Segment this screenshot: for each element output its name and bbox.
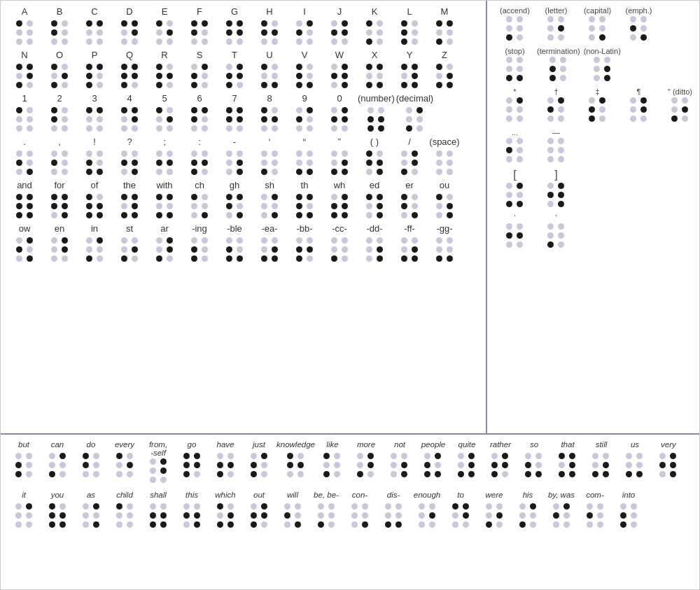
- braille-cell: [331, 194, 349, 219]
- braille-cell: [121, 237, 139, 262]
- dot-empty: [401, 246, 407, 253]
- dot-empty: [51, 237, 57, 244]
- braille-cell: [630, 16, 648, 41]
- dot-filled: [97, 20, 103, 27]
- dot-empty: [261, 237, 267, 244]
- dot-empty: [547, 223, 554, 230]
- dot-empty: [517, 192, 523, 198]
- dot-empty: [296, 38, 302, 45]
- braille-cell: [547, 223, 565, 248]
- bottom-cell-label: quite: [458, 440, 476, 451]
- dot-filled: [307, 20, 313, 27]
- dot-empty: [156, 125, 162, 132]
- dot-filled: [412, 255, 418, 262]
- numbers-row: 1234567890(number)(decimal): [8, 93, 479, 132]
- dot-filled: [412, 73, 418, 79]
- dot-filled: [401, 38, 407, 45]
- dot-filled: [226, 203, 232, 209]
- right-cell-label: (stop): [505, 47, 524, 55]
- dot-empty: [16, 29, 22, 36]
- dot-filled: [506, 34, 512, 41]
- dot-filled: [362, 521, 368, 528]
- dot-empty: [307, 125, 313, 132]
- dot-empty: [261, 194, 267, 200]
- dot-filled: [558, 183, 564, 189]
- dot-empty: [412, 203, 418, 209]
- braille-entry: H: [253, 6, 286, 45]
- dot-filled: [237, 194, 243, 200]
- dot-filled: [272, 116, 278, 122]
- dot-empty: [93, 471, 99, 477]
- dot-empty: [366, 203, 372, 209]
- dot-empty: [15, 503, 22, 510]
- dot-empty: [51, 212, 57, 218]
- right-cell: ...: [496, 128, 534, 163]
- bottom-braille-entry: shall: [142, 491, 174, 528]
- braille-entry: L: [393, 6, 426, 45]
- dot-empty: [16, 73, 22, 79]
- braille-cell: [506, 138, 524, 163]
- dot-filled: [183, 453, 190, 459]
- dot-empty: [150, 458, 156, 465]
- dot-empty: [331, 64, 337, 70]
- dot-filled: [261, 116, 267, 122]
- braille-entry: in: [78, 223, 111, 262]
- dot-empty: [272, 203, 278, 209]
- dot-filled: [412, 82, 418, 88]
- braille-cell: [49, 503, 66, 528]
- dot-filled: [156, 212, 162, 218]
- dot-empty: [307, 150, 313, 157]
- dot-empty: [296, 160, 302, 166]
- braille-entry: I: [288, 6, 321, 45]
- bottom-cell-label: very: [661, 440, 676, 451]
- dot-empty: [447, 38, 453, 45]
- dot-empty: [630, 97, 636, 104]
- dot-empty: [334, 462, 340, 468]
- dot-empty: [385, 512, 391, 519]
- bottom-cell-label: people: [421, 440, 446, 451]
- dot-empty: [27, 246, 33, 253]
- braille-cell: [86, 64, 104, 89]
- dot-empty: [127, 471, 133, 477]
- cell-label: 3: [92, 93, 97, 106]
- braille-cell: [506, 223, 524, 248]
- braille-cell: [296, 237, 314, 262]
- cell-label: F: [197, 6, 202, 19]
- dot-filled: [261, 453, 267, 459]
- cell-label: ;: [163, 136, 166, 149]
- dot-filled: [132, 203, 138, 209]
- dot-filled: [287, 462, 293, 468]
- dot-filled: [261, 107, 267, 113]
- dot-empty: [328, 521, 335, 528]
- dot-filled: [416, 107, 423, 113]
- dot-filled: [296, 29, 302, 36]
- dot-filled: [51, 107, 57, 113]
- dot-filled: [191, 29, 197, 36]
- dot-filled: [51, 29, 57, 36]
- dot-filled: [86, 107, 92, 113]
- cell-label: S: [197, 50, 203, 62]
- dot-filled: [49, 471, 55, 477]
- dot-filled: [93, 521, 99, 528]
- dot-empty: [502, 471, 508, 477]
- dot-empty: [59, 462, 66, 468]
- dot-empty: [429, 521, 435, 528]
- braille-cell: [296, 20, 314, 45]
- dot-filled: [202, 64, 208, 70]
- dot-filled: [424, 462, 430, 468]
- dot-filled: [342, 107, 348, 113]
- bottom-cell-label: into: [622, 491, 636, 502]
- cell-label: (decimal): [396, 93, 433, 106]
- dot-filled: [191, 255, 197, 262]
- dot-empty: [251, 453, 257, 459]
- dot-empty: [227, 471, 234, 477]
- dot-filled: [401, 462, 407, 468]
- bottom-cell-label: not: [394, 440, 405, 451]
- braille-cell: [16, 107, 34, 132]
- right-cell: *: [496, 87, 534, 122]
- dot-empty: [447, 237, 453, 244]
- dot-empty: [558, 156, 564, 162]
- braille-cell: [156, 64, 174, 89]
- bottom-row-1: butcandoeveryfrom, -selfgohavejustknowle…: [8, 440, 692, 484]
- dot-empty: [419, 503, 425, 510]
